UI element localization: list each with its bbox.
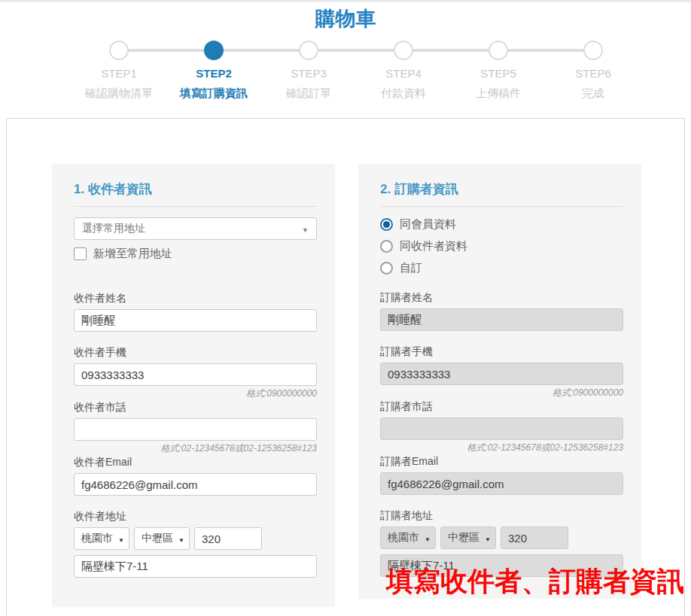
recipient-district-value: 中壢區 bbox=[142, 532, 173, 545]
step-3: STEP3 確認訂單 bbox=[261, 41, 356, 101]
recipient-panel: 1. 收件者資訊 選擇常用地址 新增至常用地址 收件者姓名 收件者手機 格式:0… bbox=[52, 164, 335, 607]
step-6-id: STEP6 bbox=[575, 67, 611, 80]
same-as-recipient-label: 同收件者資料 bbox=[400, 239, 467, 253]
common-address-select[interactable]: 選擇常用地址 bbox=[74, 217, 317, 240]
orderer-city-value: 桃園市 bbox=[388, 531, 419, 545]
step-4-circle-icon bbox=[394, 41, 413, 60]
orderer-mobile-label: 訂購者手機 bbox=[380, 345, 623, 358]
step-4: STEP4 付款資料 bbox=[356, 41, 451, 101]
orderer-zip-input bbox=[501, 526, 568, 549]
caret-down-icon bbox=[425, 532, 431, 544]
recipient-email-input[interactable] bbox=[74, 473, 317, 496]
caret-down-icon bbox=[178, 533, 184, 545]
recipient-zip-input[interactable] bbox=[194, 527, 262, 550]
same-as-member-radio[interactable] bbox=[380, 218, 393, 231]
orderer-phone-label: 訂購者市話 bbox=[380, 400, 623, 413]
orderer-name-label: 訂購者姓名 bbox=[380, 291, 623, 304]
orderer-section-title: 2. 訂購者資訊 bbox=[380, 182, 623, 207]
recipient-mobile-input[interactable] bbox=[74, 363, 317, 386]
orderer-mobile-format-hint: 格式:0900000000 bbox=[380, 387, 623, 399]
recipient-email-label: 收件者Email bbox=[74, 456, 317, 469]
recipient-phone-group: 收件者市話 格式:02-12345678或02-12536258#123 bbox=[74, 401, 317, 454]
recipient-address-group: 收件者地址 桃園市 中壢區 bbox=[74, 510, 317, 578]
step-2-circle-icon bbox=[204, 41, 224, 60]
orderer-district-value: 中壢區 bbox=[448, 531, 479, 545]
step-3-label: 確認訂單 bbox=[286, 86, 331, 101]
recipient-city-select[interactable]: 桃園市 bbox=[74, 527, 129, 550]
step-5-id: STEP5 bbox=[480, 67, 516, 80]
step-4-id: STEP4 bbox=[385, 67, 422, 80]
orderer-mobile-input bbox=[380, 363, 623, 385]
recipient-phone-label: 收件者市話 bbox=[74, 401, 317, 414]
orderer-name-input bbox=[380, 308, 623, 331]
same-as-recipient-radio[interactable] bbox=[380, 240, 393, 253]
orderer-city-select: 桃園市 bbox=[380, 526, 436, 549]
radio-row-custom: 自訂 bbox=[380, 261, 623, 275]
orderer-phone-format-hint: 格式:02-12345678或02-12536258#123 bbox=[380, 442, 623, 454]
recipient-district-select[interactable]: 中壢區 bbox=[134, 527, 190, 550]
step-4-label: 付款資料 bbox=[381, 86, 426, 101]
recipient-address-label: 收件者地址 bbox=[74, 510, 317, 523]
step-1-id: STEP1 bbox=[101, 67, 137, 80]
step-5: STEP5 上傳稿件 bbox=[451, 41, 546, 101]
step-1-circle-icon bbox=[109, 41, 129, 60]
orderer-phone-group: 訂購者市話 格式:02-12345678或02-12536258#123 bbox=[380, 400, 623, 454]
orderer-email-group: 訂購者Email bbox=[380, 455, 623, 495]
step-6: STEP6 完成 bbox=[546, 41, 641, 101]
recipient-phone-input[interactable] bbox=[74, 418, 317, 441]
radio-row-same-as-member: 同會員資料 bbox=[380, 217, 623, 231]
step-5-label: 上傳稿件 bbox=[476, 86, 521, 101]
custom-label: 自訂 bbox=[400, 261, 422, 275]
checkout-form-container: 1. 收件者資訊 選擇常用地址 新增至常用地址 收件者姓名 收件者手機 格式:0… bbox=[6, 118, 685, 616]
same-as-member-label: 同會員資料 bbox=[400, 217, 456, 232]
caret-down-icon bbox=[118, 533, 124, 545]
custom-radio[interactable] bbox=[380, 262, 393, 275]
orderer-name-group: 訂購者姓名 bbox=[380, 291, 623, 331]
orderer-source-radios: 同會員資料 同收件者資料 自訂 bbox=[380, 217, 623, 275]
recipient-name-group: 收件者姓名 bbox=[74, 292, 317, 332]
caret-down-icon bbox=[302, 223, 309, 235]
step-1-label: 確認購物清單 bbox=[85, 86, 153, 101]
orderer-phone-input bbox=[380, 417, 623, 440]
step-2-active: STEP2 填寫訂購資訊 bbox=[166, 41, 261, 101]
step-3-id: STEP3 bbox=[291, 67, 327, 80]
orderer-district-select: 中壢區 bbox=[440, 526, 496, 549]
step-3-circle-icon bbox=[299, 41, 318, 60]
step-1: STEP1 確認購物清單 bbox=[72, 41, 166, 101]
recipient-mobile-label: 收件者手機 bbox=[74, 346, 317, 359]
orderer-mobile-group: 訂購者手機 格式:0900000000 bbox=[380, 345, 623, 399]
recipient-name-label: 收件者姓名 bbox=[74, 292, 317, 305]
red-annotation-text: 填寫收件者、訂購者資訊 bbox=[386, 566, 684, 597]
recipient-section-title: 1. 收件者資訊 bbox=[74, 182, 317, 207]
orderer-email-label: 訂購者Email bbox=[380, 455, 623, 468]
recipient-street-input[interactable] bbox=[74, 555, 317, 578]
top-border bbox=[0, 0, 691, 2]
step-6-label: 完成 bbox=[582, 86, 604, 101]
step-6-circle-icon bbox=[583, 41, 603, 60]
recipient-city-value: 桃園市 bbox=[81, 532, 113, 545]
orderer-address-label: 訂購者地址 bbox=[380, 509, 623, 522]
recipient-name-input[interactable] bbox=[74, 309, 317, 332]
checkout-stepper: STEP1 確認購物清單 STEP2 填寫訂購資訊 STEP3 確認訂單 STE… bbox=[72, 41, 641, 102]
step-5-circle-icon bbox=[489, 41, 508, 60]
orderer-email-input bbox=[380, 472, 623, 495]
recipient-mobile-format-hint: 格式:0900000000 bbox=[74, 388, 317, 399]
step-2-id: STEP2 bbox=[196, 67, 232, 80]
common-address-select-value: 選擇常用地址 bbox=[82, 222, 145, 235]
add-to-common-address-checkbox[interactable] bbox=[74, 247, 87, 260]
add-to-common-address-label: 新增至常用地址 bbox=[93, 247, 172, 261]
caret-down-icon bbox=[485, 532, 491, 544]
recipient-mobile-group: 收件者手機 格式:0900000000 bbox=[74, 346, 317, 399]
page-title: 購物車 bbox=[0, 7, 691, 31]
radio-row-same-as-recipient: 同收件者資料 bbox=[380, 239, 623, 253]
recipient-phone-format-hint: 格式:02-12345678或02-12536258#123 bbox=[74, 443, 317, 454]
orderer-panel: 2. 訂購者資訊 同會員資料 同收件者資料 自訂 訂購者姓名 訂購者手機 bbox=[358, 164, 641, 599]
step-2-label: 填寫訂購資訊 bbox=[180, 86, 248, 101]
add-to-common-address-row: 新增至常用地址 bbox=[74, 247, 317, 260]
recipient-email-group: 收件者Email bbox=[74, 456, 317, 496]
